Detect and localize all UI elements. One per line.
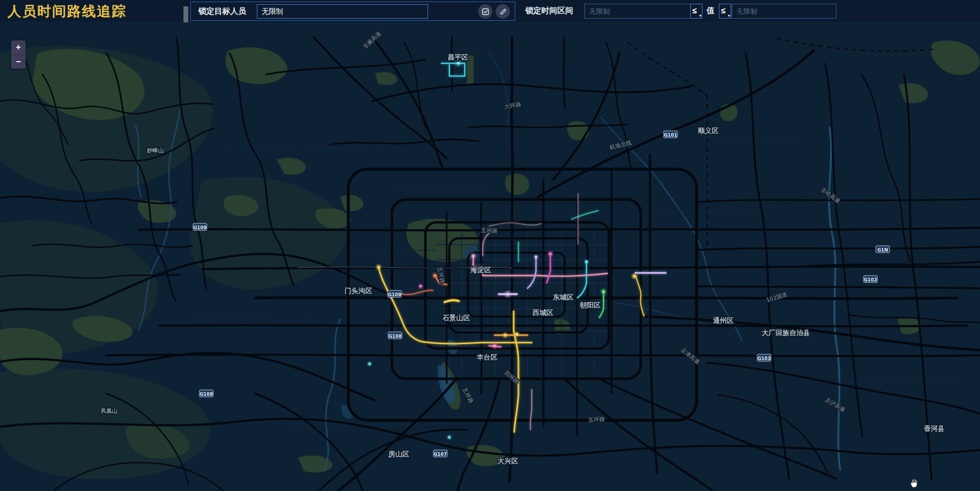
road-badge: G109 — [388, 290, 401, 297]
svg-text:G108: G108 — [200, 392, 213, 397]
chevron-down-icon: ▾ — [699, 13, 701, 18]
svg-text:G102: G102 — [864, 277, 877, 282]
zoom-in-button[interactable]: + — [11, 40, 26, 55]
road-badge: G108 — [199, 390, 213, 397]
road-badge: G1N — [876, 246, 890, 253]
road-badge: G103 — [757, 354, 771, 361]
district-label: 大兴区 — [498, 457, 518, 465]
road-badge: G109 — [193, 223, 207, 230]
target-person-input[interactable] — [257, 4, 428, 19]
lte-icon: ≤ — [692, 6, 697, 15]
road-label: 五环路 — [588, 415, 606, 423]
header-divider — [183, 6, 188, 22]
district-label: 丰台区 — [477, 353, 498, 361]
road-badge: G108 — [388, 332, 402, 339]
target-person-label: 锁定目标人员 — [198, 6, 246, 16]
district-label: 东城区 — [552, 293, 574, 301]
pencil-icon — [499, 8, 507, 15]
district-label: 门头沟区 — [345, 287, 372, 295]
map-canvas[interactable]: 六环路 五环路 五环路 五环路 五环路 四环路 机场北线 京哈高速 102国道 … — [0, 21, 980, 491]
map-zoom-control: + − — [11, 40, 26, 69]
district-label: 朝阳区 — [580, 301, 601, 309]
road-badge: G102 — [864, 276, 877, 282]
target-person-panel: 锁定目标人员 — [190, 2, 515, 21]
road-badge: G101 — [664, 131, 677, 138]
svg-text:G108: G108 — [389, 334, 402, 339]
svg-text:G1N: G1N — [877, 247, 888, 253]
select-target-button[interactable] — [478, 4, 492, 19]
page-title: 人员时间路线追踪 — [7, 2, 127, 21]
district-label: 石景山区 — [442, 314, 470, 322]
district-label: 香河县 — [924, 425, 945, 432]
app-window: 六环路 五环路 五环路 五环路 五环路 四环路 机场北线 京哈高速 102国道 … — [0, 0, 980, 491]
time-end-operator-button[interactable]: ≤ ▾ — [719, 4, 731, 19]
chevron-down-icon: ▾ — [728, 13, 730, 18]
district-label: 顺义区 — [698, 127, 719, 135]
time-range-label: 锁定时间区间 — [525, 6, 573, 16]
svg-text:G101: G101 — [664, 132, 677, 138]
svg-text:G103: G103 — [758, 356, 771, 361]
district-label: 通州区 — [713, 317, 734, 324]
svg-text:G107: G107 — [434, 452, 447, 457]
mountain-label: 妙峰山 — [146, 147, 164, 154]
district-label: 大厂回族自治县 — [762, 329, 810, 337]
edit-target-button[interactable] — [496, 4, 510, 19]
zoom-out-button[interactable]: − — [11, 55, 26, 69]
svg-text:G109: G109 — [388, 292, 401, 297]
road-badge: G107 — [433, 450, 447, 457]
district-label: 房山区 — [388, 450, 409, 458]
lte-icon: ≤ — [721, 6, 725, 15]
district-label: 西城区 — [532, 309, 554, 317]
value-label: 值 — [707, 6, 715, 16]
time-range-end-input[interactable] — [732, 4, 836, 19]
checkbox-check-icon — [482, 8, 489, 15]
mountain-label: 凤凰山 — [100, 407, 118, 414]
svg-text:G109: G109 — [194, 225, 207, 230]
district-label: 海淀区 — [470, 266, 491, 274]
header-bar: 人员时间路线追踪 锁定目标人员 锁定时间区间 ≤ ▾ 值 ≤ — [0, 0, 980, 21]
district-label: 昌平区 — [448, 53, 468, 61]
time-range-start-input[interactable] — [584, 4, 691, 19]
road-label: 五环路 — [481, 227, 498, 234]
time-start-operator-button[interactable]: ≤ ▾ — [690, 4, 702, 19]
